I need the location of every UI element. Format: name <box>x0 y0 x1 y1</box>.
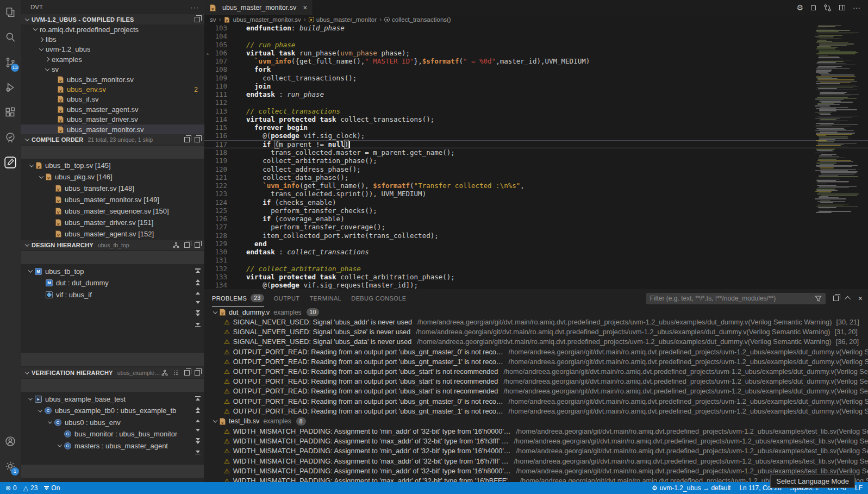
tree-item-vif[interactable]: vif : ubus_if <box>21 289 204 301</box>
status-error[interactable]: ⊗0 <box>5 484 17 492</box>
section-header-compile-order[interactable]: COMPILE ORDER 21 total, 23 unique, 1 ski… <box>21 134 204 145</box>
tree-item-libs[interactable]: libs <box>21 34 204 44</box>
chevron-down-icon[interactable] <box>26 397 35 401</box>
tree-item-ubus0[interactable]: Cubus0 : ubus_env <box>21 416 204 428</box>
tree-item-ubus_tb_top[interactable]: Mubus_tb_top <box>21 265 204 277</box>
code-editor[interactable]: 103endfunction: build_phase104105// run … <box>204 24 868 290</box>
problem-row[interactable]: ⚠WIDTH_MISMATCH_PADDING: Assignment to '… <box>204 466 868 476</box>
tree-item-ubus_tb_top.sv[interactable]: ubus_tb_top.sv [145] <box>21 160 204 171</box>
accounts-icon[interactable] <box>0 429 21 454</box>
page-down-icon[interactable] <box>196 438 200 444</box>
views-icon[interactable] <box>833 296 839 301</box>
tree-item-ubus_master_agent.sv[interactable]: ubus_master_agent.sv <box>21 104 204 114</box>
breadcrumb-item-ubus_master_monitor[interactable]: ubus_master_monitor <box>309 16 377 23</box>
close-panel-icon[interactable]: × <box>858 294 863 303</box>
problem-row[interactable]: ⚠OUTPUT_PORT_READ: Reading from an outpu… <box>204 367 868 377</box>
breadcrumb-item-sv[interactable]: sv <box>210 16 216 23</box>
problems-file-group[interactable]: test_lib.svexamples8 <box>204 416 868 427</box>
chevron-down-icon[interactable] <box>55 444 64 447</box>
chevron-down-icon[interactable] <box>23 371 32 374</box>
tree-item-ubus_master_driver.sv[interactable]: ubus_master_driver.sv [151] <box>21 217 204 228</box>
more-actions-icon[interactable]: ··· <box>853 3 860 12</box>
scroll-top-icon[interactable] <box>195 396 201 401</box>
problem-row[interactable]: ⚠SIGNAL_NEVER_USED: Signal 'ubus_size' i… <box>204 327 868 337</box>
scroll-bottom-icon[interactable] <box>195 451 201 455</box>
problems-filter-input[interactable]: Filter (e.g. text, **/*.ts, !**/node_mod… <box>646 293 826 304</box>
tree-item-ubus_master_driver.sv[interactable]: ubus_master_driver.sv <box>21 115 204 124</box>
maximize-panel-icon[interactable] <box>846 296 851 301</box>
chevron-down-icon[interactable] <box>37 176 46 179</box>
tree-item-sv[interactable]: sv <box>21 65 204 74</box>
panel-tab-output[interactable]: OUTPUT <box>274 291 300 307</box>
copy-icon[interactable] <box>184 370 190 376</box>
section-header-verification-hierarchy[interactable]: VERIFICATION HIERARCHY ubus_example_base… <box>21 367 204 378</box>
page-up-icon[interactable] <box>196 279 200 285</box>
chevron-down-icon[interactable] <box>23 138 32 141</box>
explorer-icon[interactable] <box>0 0 21 25</box>
open-editors-icon[interactable] <box>195 17 200 22</box>
tree-item-ubus_transfer.sv[interactable]: ubus_transfer.sv [148] <box>21 183 204 194</box>
tree-item-dut[interactable]: Mdut : dut_dummy <box>21 277 204 289</box>
tree-item-examples[interactable]: examples <box>21 54 204 64</box>
copy-icon[interactable] <box>195 242 200 248</box>
status-filter[interactable]: On <box>44 484 60 492</box>
more-actions-icon[interactable]: ··· <box>190 3 199 11</box>
section-header-compiled-files[interactable]: UVM-1.2_UBUS - COMPILED FILES <box>21 14 204 24</box>
tree-item-ro.amiq.dvt.predefined_projects[interactable]: ro.amiq.dvt.predefined_projects <box>21 24 204 34</box>
manage-icon[interactable]: 1 <box>0 454 21 479</box>
search-icon[interactable] <box>0 25 21 50</box>
up-icon[interactable] <box>196 420 200 422</box>
chevron-down-icon[interactable] <box>46 421 54 424</box>
problem-row[interactable]: ⚠WIDTH_MISMATCH_PADDING: Assignment to '… <box>204 446 868 456</box>
tree-item-bus_monitor[interactable]: Cbus_monitor : ubus_bus_monitor <box>21 428 204 440</box>
status-lf[interactable]: LF <box>855 484 863 492</box>
down-icon[interactable] <box>196 301 200 304</box>
problem-row[interactable]: ⚠OUTPUT_PORT_READ: Reading from an outpu… <box>204 347 868 357</box>
tree-item-ubus_master_monitor.sv[interactable]: ubus_master_monitor.sv <box>21 124 204 134</box>
verification-icon[interactable] <box>0 125 21 150</box>
split-editor-icon[interactable] <box>839 5 845 10</box>
problem-row[interactable]: ⚠OUTPUT_PORT_READ: Reading from an outpu… <box>204 397 868 407</box>
problem-row[interactable]: ⚠OUTPUT_PORT_READ: Reading from an outpu… <box>204 386 868 396</box>
scroll-bottom-icon[interactable] <box>195 323 201 327</box>
hierarchy-fork-icon[interactable] <box>173 242 179 248</box>
chevron-right-icon[interactable] <box>37 38 46 41</box>
chevron-down-icon[interactable] <box>27 164 36 167</box>
field-list-icon[interactable] <box>173 370 179 376</box>
problem-row[interactable]: ⚠OUTPUT_PORT_READ: Reading from an outpu… <box>204 407 868 416</box>
problem-row[interactable]: ⚠OUTPUT_PORT_READ: Reading from an outpu… <box>204 377 868 386</box>
layout-square-icon[interactable] <box>811 5 816 10</box>
chevron-down-icon[interactable] <box>36 409 45 412</box>
tree-item-ubus_if.sv[interactable]: ubus_if.sv <box>21 95 204 104</box>
page-down-icon[interactable] <box>196 310 200 316</box>
up-icon[interactable] <box>196 292 200 295</box>
problem-row[interactable]: ⚠WIDTH_MISMATCH_PADDING: Assignment to '… <box>204 436 868 446</box>
down-icon[interactable] <box>196 429 200 432</box>
tree-item-ubus_env.sv[interactable]: ubus_env.sv2 <box>21 84 204 94</box>
chevron-down-icon[interactable] <box>211 311 220 314</box>
problems-file-group[interactable]: dut_dummy.vexamples10 <box>204 307 868 317</box>
chevron-right-icon[interactable] <box>43 58 52 61</box>
section-header-design-hierarchy[interactable]: DESIGN HIERARCHY ubus_tb_top <box>21 240 204 250</box>
scroll-top-icon[interactable] <box>195 268 201 273</box>
tree-item-masters[interactable]: Cmasters : ubus_master_agent <box>21 440 204 452</box>
chevron-down-icon[interactable] <box>211 420 220 423</box>
chevron-down-icon[interactable] <box>31 28 40 31</box>
page-up-icon[interactable] <box>196 407 200 413</box>
chevron-down-icon[interactable] <box>37 48 46 51</box>
panel-tab-terminal[interactable]: TERMINAL <box>309 291 341 307</box>
chevron-down-icon[interactable] <box>43 68 52 71</box>
copy-icon[interactable] <box>195 137 200 142</box>
breadcrumb-item-collect_transactions[interactable]: collect_transactions() <box>384 16 451 23</box>
copy-icon[interactable] <box>195 370 200 376</box>
tree-item-ubus_master_monitor.sv[interactable]: ubus_master_monitor.sv [149] <box>21 194 204 205</box>
tree-item-ubus_pkg.sv[interactable]: ubus_pkg.sv [146] <box>21 171 204 183</box>
problem-row[interactable]: ⚠SIGNAL_NEVER_USED: Signal 'ubus_addr' i… <box>204 317 868 327</box>
tree-item-ubus_example_base_test[interactable]: ▸ubus_example_base_test <box>21 393 204 405</box>
problem-row[interactable]: ⚠OUTPUT_PORT_READ: Reading from an outpu… <box>204 357 868 367</box>
tree-item-ubus_master_sequencer.sv[interactable]: ubus_master_sequencer.sv [150] <box>21 205 204 217</box>
tree-item-ubus_example_tb0[interactable]: Cubus_example_tb0 : ubus_example_tb <box>21 405 204 417</box>
editor-tab[interactable]: ubus_master_monitor.sv × <box>204 0 313 15</box>
settings-gear-icon[interactable]: ⚙ <box>796 3 803 12</box>
hierarchy-fork-icon[interactable] <box>161 370 168 376</box>
